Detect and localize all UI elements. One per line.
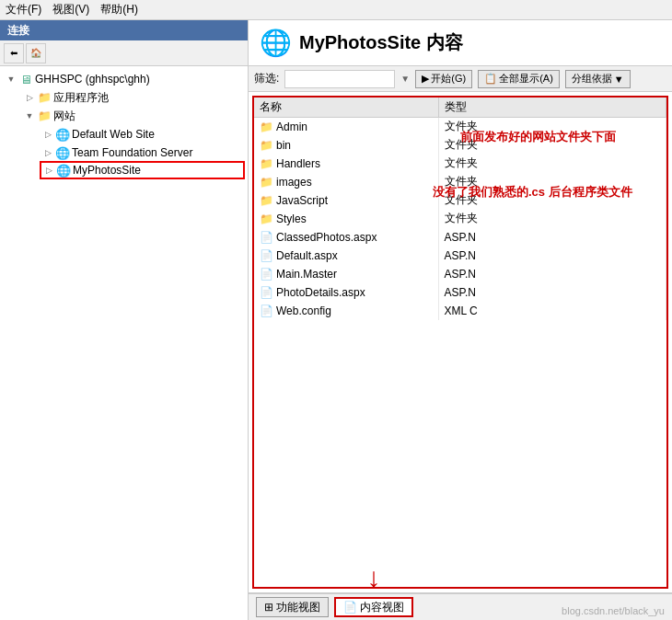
expand-icon-ghhspc: ▼ <box>4 72 18 86</box>
filter-bar: 筛选: ▼ ▶ 开始(G) 📋 全部显示(A) 分组依据 ▼ <box>249 66 672 92</box>
file-name-cell: 📄PhotoDetails.aspx <box>254 283 438 302</box>
table-row[interactable]: 📁bin 文件夹 <box>254 136 666 155</box>
filter-label: 筛选: <box>254 71 279 86</box>
file-type: 文件夹 <box>445 175 478 188</box>
file-type-cell: ASP.N <box>438 265 666 283</box>
table-row[interactable]: 📁Styles 文件夹 <box>254 210 666 228</box>
globe-icon-tfs: 🌐 <box>55 145 70 160</box>
file-name: Admin <box>276 121 307 133</box>
file-name: Default.aspx <box>276 249 338 262</box>
file-name: PhotoDetails.aspx <box>276 286 365 299</box>
server-icon: 🖥 <box>18 72 33 86</box>
table-row[interactable]: 📁Handlers 文件夹 <box>254 155 666 173</box>
expand-icon-tfs: ▷ <box>41 145 55 160</box>
menu-view[interactable]: 视图(V) <box>52 2 89 17</box>
node-label-defaultweb: Default Web Site <box>72 128 155 141</box>
show-all-icon: 📋 <box>484 73 497 85</box>
file-name: Web.config <box>276 304 331 317</box>
file-name: ClassedPhotos.aspx <box>276 231 377 244</box>
globe-icon-myphotos: 🌐 <box>56 163 71 178</box>
play-icon: ▶ <box>422 73 429 85</box>
file-name-cell: 📁JavaScript <box>254 191 438 210</box>
table-row[interactable]: 📄Main.Master ASP.N <box>254 265 666 283</box>
file-type: XML C <box>445 304 478 317</box>
master-icon: 📄 <box>260 268 273 281</box>
file-name-cell: 📁Styles <box>254 210 438 228</box>
globe-icon-default: 🌐 <box>55 127 70 142</box>
file-type: ASP.N <box>445 231 476 244</box>
file-name: images <box>276 176 312 189</box>
expand-icon-defaultweb: ▷ <box>41 127 55 142</box>
node-label-apppool: 应用程序池 <box>53 90 109 106</box>
file-type-cell: 文件夹 <box>438 136 666 155</box>
col-name[interactable]: 名称 <box>254 98 438 118</box>
file-type-cell: 文件夹 <box>438 210 666 228</box>
expand-icon-myphotos: ▷ <box>41 163 56 178</box>
menu-file[interactable]: 文件(F) <box>6 2 41 17</box>
filter-dropdown-icon: ▼ <box>400 74 410 84</box>
tree-node-sites[interactable]: ▼ 📁 网站 <box>0 107 248 125</box>
feature-view-icon: ⊞ <box>264 601 273 614</box>
btn-content-view[interactable]: ↓ 📄 内容视图 <box>334 597 413 617</box>
btn-show-all[interactable]: 📋 全部显示(A) <box>478 70 560 88</box>
menu-bar: 文件(F) 视图(V) 帮助(H) <box>0 0 672 20</box>
table-row[interactable]: 📄ClassedPhotos.aspx ASP.N <box>254 228 666 247</box>
file-name-cell: 📁bin <box>254 136 438 155</box>
btn-start[interactable]: ▶ 开始(G) <box>415 70 472 88</box>
connection-title: 连接 <box>7 23 29 39</box>
table-row[interactable]: 📁Admin 文件夹 <box>254 118 666 136</box>
table-row[interactable]: 📁images 文件夹 <box>254 173 666 191</box>
tree-node-myphotos[interactable]: ▷ 🌐 MyPhotosSite <box>40 161 245 179</box>
content-table-area[interactable]: 名称 类型 📁Admin 文件夹 📁bin 文件夹 📁Handlers 文件夹 … <box>252 96 668 589</box>
btn-start-label: 开始(G) <box>431 72 466 86</box>
tree-node-ghhspc[interactable]: ▼ 🖥 GHHSPC (ghhspc\ghh) <box>0 70 248 88</box>
btn-content-view-label: 内容视图 <box>360 600 404 615</box>
expand-icon-sites: ▼ <box>22 109 37 123</box>
content-view-icon: 📄 <box>343 601 357 614</box>
col-type[interactable]: 类型 <box>438 98 666 118</box>
down-arrow-icon: ↓ <box>367 564 381 591</box>
file-name-cell: 📄Main.Master <box>254 265 438 283</box>
file-type-cell: ASP.N <box>438 247 666 265</box>
btn-feature-view[interactable]: ⊞ 功能视图 <box>256 597 329 617</box>
folder-icon: 📁 <box>260 121 273 133</box>
file-name: JavaScript <box>276 194 328 207</box>
folder-icon: 📁 <box>260 194 273 207</box>
file-type: ASP.N <box>445 268 476 281</box>
right-header: 🌐 MyPhotosSite 内容 <box>249 20 672 66</box>
table-row[interactable]: 📄Web.config XML C <box>254 302 666 320</box>
tree-node-tfs[interactable]: ▷ 🌐 Team Foundation Server <box>0 144 248 162</box>
table-row[interactable]: 📁JavaScript 文件夹 <box>254 191 666 210</box>
sites-icon: 📁 <box>37 109 52 123</box>
tree-node-apppool[interactable]: ▷ 📁 应用程序池 <box>0 88 248 107</box>
filter-input[interactable] <box>284 70 395 88</box>
bottom-bar: ⊞ 功能视图 ↓ 📄 内容视图 blog.csdn.net/black_yu <box>249 592 672 620</box>
folder-icon: 📁 <box>260 212 273 225</box>
file-name-cell: 📄ClassedPhotos.aspx <box>254 228 438 247</box>
content-table: 名称 类型 📁Admin 文件夹 📁bin 文件夹 📁Handlers 文件夹 … <box>254 98 666 320</box>
expand-icon-apppool: ▷ <box>22 90 37 105</box>
file-name-cell: 📁Handlers <box>254 155 438 173</box>
file-name-cell: 📄Default.aspx <box>254 247 438 265</box>
tree-node-defaultweb[interactable]: ▷ 🌐 Default Web Site <box>0 125 248 144</box>
toolbar-btn-2[interactable]: 🏠 <box>26 43 46 63</box>
aspx-icon: 📄 <box>260 231 273 244</box>
group-by-label: 分组依据 <box>572 72 612 86</box>
file-type: 文件夹 <box>445 193 478 206</box>
file-type: 文件夹 <box>445 138 478 151</box>
toolbar-btn-1[interactable]: ⬅ <box>4 43 24 63</box>
right-panel: 🌐 MyPhotosSite 内容 筛选: ▼ ▶ 开始(G) 📋 全部显示(A… <box>249 20 672 620</box>
file-name: Styles <box>276 212 307 225</box>
folder-icon: 📁 <box>260 176 273 189</box>
group-by-icon: ▼ <box>614 74 624 85</box>
node-label-myphotos: MyPhotosSite <box>73 164 141 177</box>
btn-group-by[interactable]: 分组依据 ▼ <box>565 70 631 88</box>
file-type: 文件夹 <box>445 212 478 224</box>
table-row[interactable]: 📄PhotoDetails.aspx ASP.N <box>254 283 666 302</box>
file-type-cell: 文件夹 <box>438 173 666 191</box>
file-name-cell: 📁Admin <box>254 118 438 136</box>
folder-icon: 📁 <box>260 139 273 152</box>
table-row[interactable]: 📄Default.aspx ASP.N <box>254 247 666 265</box>
file-name-cell: 📁images <box>254 173 438 191</box>
menu-help[interactable]: 帮助(H) <box>100 2 138 17</box>
